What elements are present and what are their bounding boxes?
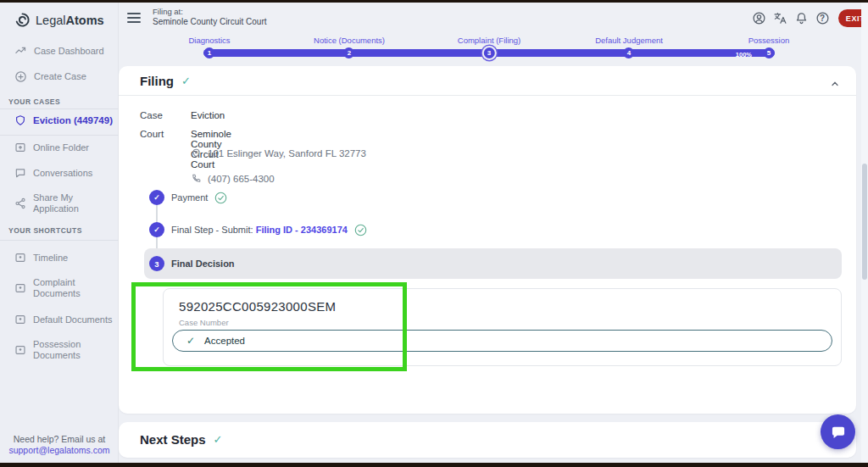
success-check-icon: [214, 192, 227, 204]
submit-label-text: Final Step - Submit:: [171, 225, 253, 235]
step-circle: 4: [624, 47, 635, 58]
sidebar-section-your-shortcuts: YOUR SHORTCUTS: [8, 226, 82, 235]
sidebar-item-label: Create Case: [34, 71, 86, 82]
submit-label: Final Step - Submit: Filing ID - 2343691…: [171, 225, 348, 235]
account-icon[interactable]: [751, 11, 766, 26]
plus-circle-icon: [14, 70, 27, 83]
shield-icon: [14, 114, 26, 126]
menu-icon[interactable]: [127, 13, 141, 23]
sidebar-item-case-dashboard[interactable]: Case Dashboard: [0, 45, 119, 58]
sidebar-item-conversations[interactable]: Conversations: [0, 167, 119, 179]
check-icon: ✓: [186, 335, 195, 347]
section-title-text: Filing: [140, 74, 174, 88]
chat-button[interactable]: [821, 414, 855, 449]
court-label: Court: [140, 129, 164, 139]
step-circle-active: 3: [484, 47, 495, 58]
bell-icon[interactable]: [793, 11, 809, 26]
court-address: 101 Eslinger Way, Sanford FL 32773: [208, 148, 366, 158]
step-circle: 5: [764, 47, 775, 58]
step-circle: 2: [343, 47, 354, 58]
legalatoms-logo-icon: [14, 12, 31, 28]
chat-icon: [14, 167, 26, 179]
question-glyph: ?: [820, 14, 825, 23]
translate-icon[interactable]: [772, 11, 787, 26]
filing-section-title: Filing ✓: [140, 74, 191, 88]
document-icon: [14, 252, 26, 264]
status-badge-accepted: ✓ Accepted: [172, 330, 832, 352]
legalatoms-logo[interactable]: LegalAtoms: [14, 12, 104, 28]
chart-line-icon: [14, 45, 27, 58]
stepper-step-diagnostics[interactable]: Diagnostics 1: [188, 36, 230, 58]
sidebar-section-your-cases: YOUR CASES: [8, 97, 60, 106]
phone-icon: [191, 173, 202, 184]
stepper-step-notice[interactable]: Notice (Documents) 2: [314, 36, 385, 58]
payment-label: Payment: [171, 192, 208, 203]
stepper-step-complaint[interactable]: Complaint (Filing) 3: [458, 36, 520, 58]
progress-percent: 100%: [736, 51, 752, 58]
filing-id-link[interactable]: Filing ID - 234369174: [256, 225, 348, 235]
case-value: Eviction: [191, 110, 225, 120]
sidebar-item-label: Online Folder: [33, 142, 89, 153]
sidebar-item-label: Eviction (449749): [33, 115, 113, 126]
success-check-icon: [354, 224, 367, 236]
help-icon[interactable]: ?: [815, 11, 830, 26]
sidebar-item-label: Default Documents: [33, 314, 113, 325]
step-label: Default Judgement: [595, 36, 663, 45]
sidebar-item-complaint-documents[interactable]: Complaint Documents: [0, 277, 119, 299]
status-text: Accepted: [204, 336, 245, 346]
filing-at-label: Filing at:: [153, 7, 267, 17]
sidebar-item-timeline[interactable]: Timeline: [0, 252, 119, 264]
timeline-step-submit: ✓ Final Step - Submit: Filing ID - 23436…: [149, 222, 367, 237]
scrollbar-track: [861, 3, 868, 463]
divider: [0, 108, 119, 109]
timeline-step-payment: ✓ Payment: [149, 190, 227, 205]
filing-section: Filing ✓ Case Eviction Court Seminole Co…: [119, 66, 856, 414]
step-circle: 1: [203, 47, 214, 58]
check-icon: ✓: [214, 433, 223, 446]
sidebar-item-create-case[interactable]: Create Case: [0, 70, 119, 83]
court-address-row: 101 Eslinger Way, Sanford FL 32773: [191, 147, 366, 158]
logo-text: LegalAtoms: [36, 14, 104, 27]
sidebar-item-label: Share My Application: [33, 192, 99, 214]
case-number-label: Case Number: [179, 318, 229, 327]
sidebar-item-label: Complaint Documents: [33, 277, 94, 299]
progress-stepper: Diagnostics 1 Notice (Documents) 2 Compl…: [209, 36, 769, 61]
app-window: LegalAtoms Case Dashboard Create Case YO…: [0, 0, 868, 467]
court-phone: (407) 665-4300: [208, 174, 275, 184]
next-steps-section: Next Steps ✓: [119, 422, 856, 458]
scrollbar-thumb[interactable]: [862, 164, 867, 280]
location-icon: [191, 147, 202, 158]
sidebar: LegalAtoms Case Dashboard Create Case YO…: [0, 3, 119, 463]
document-icon: [14, 282, 26, 294]
court-phone-row: (407) 665-4300: [191, 173, 275, 184]
sidebar-item-possession-documents[interactable]: Possession Documents: [0, 339, 119, 361]
step-label: Diagnostics: [188, 36, 230, 45]
next-steps-title: Next Steps ✓: [140, 432, 222, 447]
check-circle-icon: ✓: [149, 190, 164, 205]
chevron-up-icon[interactable]: [827, 76, 843, 92]
sidebar-item-label: Timeline: [33, 253, 68, 264]
final-decision-highlight: [144, 248, 842, 279]
sidebar-item-online-folder[interactable]: Online Folder: [0, 142, 119, 153]
sidebar-item-label: Conversations: [33, 168, 92, 179]
final-decision-label: Final Decision: [171, 259, 235, 269]
step-label: Notice (Documents): [314, 36, 385, 45]
filing-at-header: Filing at: Seminole County Circuit Court: [153, 7, 267, 27]
stepper-step-default-judgement[interactable]: Default Judgement 4: [595, 36, 663, 58]
topbar-actions: ? EXIT: [751, 9, 868, 27]
window-top-edge: [0, 0, 868, 3]
document-icon: [14, 314, 26, 325]
folder-up-icon: [14, 142, 26, 153]
case-label: Case: [140, 110, 163, 120]
sidebar-item-default-documents[interactable]: Default Documents: [0, 314, 119, 325]
sidebar-item-eviction-case[interactable]: Eviction (449749): [0, 114, 119, 126]
check-icon: ✓: [181, 75, 191, 87]
support-email-link[interactable]: support@legalatoms.com: [0, 445, 119, 456]
divider: [0, 135, 119, 136]
share-icon: [14, 197, 26, 209]
sidebar-item-share-my-application[interactable]: Share My Application: [0, 192, 119, 214]
document-icon: [14, 344, 26, 356]
stepper-step-possession[interactable]: Possession 5: [748, 36, 790, 58]
help-text: Need help? Email us at: [0, 434, 119, 445]
window-bottom-edge: [0, 463, 868, 467]
